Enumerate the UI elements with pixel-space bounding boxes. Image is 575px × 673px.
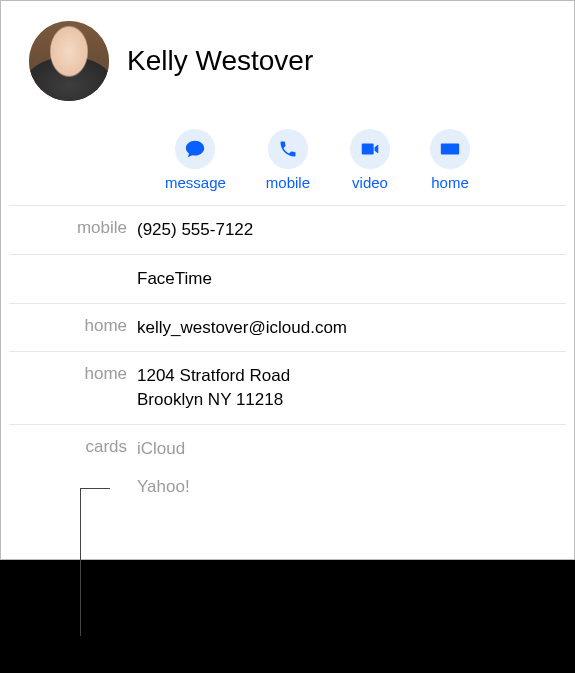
avatar[interactable] <box>29 21 109 101</box>
row-email[interactable]: home kelly_westover@icloud.com <box>9 303 566 352</box>
message-icon <box>175 129 215 169</box>
field-value: 1204 Stratford Road Brooklyn NY 11218 <box>137 364 290 412</box>
phone-icon <box>268 129 308 169</box>
callout-line-tick <box>80 488 110 489</box>
message-button[interactable]: message <box>165 129 226 191</box>
mail-icon <box>430 129 470 169</box>
field-value: kelly_westover@icloud.com <box>137 316 347 340</box>
address-line2: Brooklyn NY 11218 <box>137 388 290 412</box>
home-label: home <box>431 174 469 191</box>
field-label: mobile <box>9 218 137 238</box>
callout-line <box>80 488 81 636</box>
field-value: iCloud Yahoo! <box>137 437 190 499</box>
row-facetime[interactable]: FaceTime <box>9 254 566 303</box>
mobile-button[interactable]: mobile <box>266 129 310 191</box>
mobile-label: mobile <box>266 174 310 191</box>
cards-account-1: iCloud <box>137 437 190 461</box>
contact-name: Kelly Westover <box>127 45 313 77</box>
row-address[interactable]: home 1204 Stratford Road Brooklyn NY 112… <box>9 351 566 424</box>
contact-header: Kelly Westover <box>9 21 566 101</box>
message-label: message <box>165 174 226 191</box>
video-label: video <box>352 174 388 191</box>
field-value: FaceTime <box>137 267 212 291</box>
row-mobile[interactable]: mobile (925) 555-7122 <box>9 205 566 254</box>
video-button[interactable]: video <box>350 129 390 191</box>
field-label: home <box>9 364 137 384</box>
row-cards: cards iCloud Yahoo! <box>9 424 566 511</box>
field-value: (925) 555-7122 <box>137 218 253 242</box>
home-button[interactable]: home <box>430 129 470 191</box>
cards-account-2: Yahoo! <box>137 475 190 499</box>
details-list: mobile (925) 555-7122 FaceTime home kell… <box>9 205 566 511</box>
field-label: home <box>9 316 137 336</box>
field-label: cards <box>9 437 137 457</box>
contact-card: Kelly Westover message mobile video <box>0 0 575 560</box>
video-icon <box>350 129 390 169</box>
action-row: message mobile video home <box>69 129 566 191</box>
address-line1: 1204 Stratford Road <box>137 364 290 388</box>
